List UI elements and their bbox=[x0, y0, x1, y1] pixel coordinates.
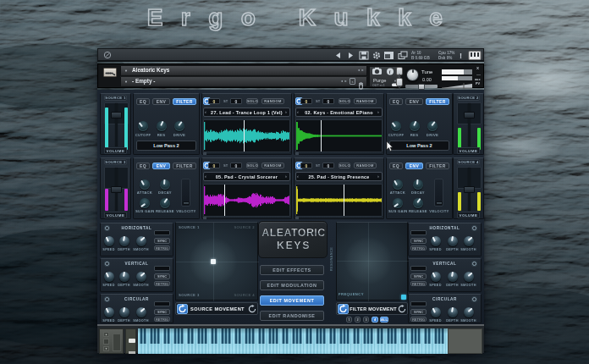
svg-text:Ar 10: Ar 10 bbox=[411, 51, 421, 55]
svg-text:!: ! bbox=[460, 52, 462, 60]
svg-text:ALEATORIC: ALEATORIC bbox=[261, 227, 325, 239]
svg-text:Purge: Purge bbox=[373, 78, 386, 83]
svg-text:Cpu 17%: Cpu 17% bbox=[438, 51, 454, 55]
svg-text:Dsk 0%: Dsk 0% bbox=[438, 56, 452, 60]
svg-text:KEYS: KEYS bbox=[277, 240, 311, 251]
svg-text:OUT st.1: OUT st.1 bbox=[372, 84, 385, 87]
svg-text:B 0.69 GB: B 0.69 GB bbox=[411, 56, 430, 60]
